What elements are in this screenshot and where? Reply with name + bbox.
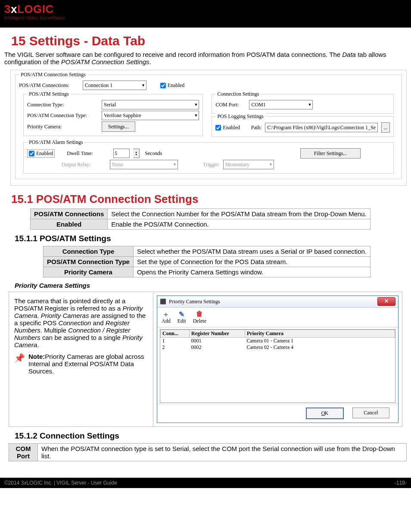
priority-camera-settings-button[interactable]: Settings... bbox=[102, 121, 135, 132]
page-footer: ©2014 3xLOGIC Inc. | VIGIL Server - User… bbox=[0, 478, 411, 488]
com-port-dropdown[interactable]: COM1▼ bbox=[249, 100, 313, 109]
chevron-down-icon: ▼ bbox=[141, 83, 145, 87]
groupbox-posatm-conn: POS/ATM Connection Settings bbox=[19, 72, 87, 78]
pos-conn-type-dropdown[interactable]: Verifone Sapphire▼ bbox=[102, 111, 199, 120]
edit-icon: ✎ bbox=[179, 310, 184, 318]
filter-settings-button[interactable]: Filter Settings... bbox=[300, 148, 361, 159]
seconds-label: Seconds bbox=[145, 150, 162, 157]
trigger-dropdown: Momentary▼ bbox=[223, 160, 274, 169]
heading-15-1-2: 15.1.2 Connection Settings bbox=[15, 431, 407, 441]
pos-conn-type-label: POS/ATM Connection Type: bbox=[27, 112, 98, 119]
edit-button[interactable]: ✎Edit bbox=[177, 310, 186, 324]
window-icon: ⬛ bbox=[160, 299, 166, 305]
trash-icon: 🗑 bbox=[196, 310, 203, 318]
pin-icon: 📌 bbox=[14, 353, 25, 375]
priority-camera-label: Priority Camera: bbox=[27, 124, 98, 130]
table-conn-settings: POS/ATM ConnectionsSelect the Connection… bbox=[30, 208, 371, 230]
chevron-down-icon: ▼ bbox=[194, 113, 198, 118]
conn-type-dropdown[interactable]: Serial▼ bbox=[102, 100, 199, 109]
groupbox-posatm-settings: POS/ATM Settings bbox=[27, 91, 70, 97]
com-port-label: COM Port: bbox=[215, 102, 246, 108]
table-posatm-settings: Connection TypeSelect whether the POS/AT… bbox=[43, 246, 371, 277]
chevron-down-icon: ▼ bbox=[308, 103, 311, 107]
log-path-field[interactable]: C:\Program Files (x86)\Vigil\Logs\Connec… bbox=[265, 123, 378, 132]
table-row[interactable]: 10001Camera 01 - Camera 1 bbox=[161, 338, 395, 345]
logging-enabled-checkbox[interactable]: Enabled bbox=[215, 124, 240, 131]
table-cell: Set the type of Connection for the POS D… bbox=[133, 257, 370, 267]
chevron-down-icon: ▼ bbox=[194, 103, 198, 107]
connections-label: POS/ATM Connections: bbox=[19, 82, 79, 89]
dwell-spinner[interactable]: 5 bbox=[113, 149, 130, 158]
table-cell: Enable the POS/ATM Connection. bbox=[108, 219, 370, 230]
table-header: COM Port bbox=[9, 444, 38, 461]
priority-camera-dialog: ⬛Priority Camera Settings ✕ ＋Add ✎Edit 🗑… bbox=[157, 296, 399, 423]
heading-15-1-1: 15.1.1 POS/ATM Settings bbox=[15, 234, 407, 243]
table-conn-settings-2: COM PortWhen the POS/ATM connection type… bbox=[9, 443, 407, 461]
table-header: POS/ATM Connection Type bbox=[44, 257, 134, 267]
footer-right: -119- bbox=[395, 480, 407, 486]
ok-button[interactable]: OK bbox=[306, 408, 344, 419]
add-button[interactable]: ＋Add bbox=[162, 310, 171, 324]
groupbox-logging: POS Logging Settings bbox=[215, 113, 265, 120]
delete-button[interactable]: 🗑Delete bbox=[193, 310, 206, 324]
table-header: Enabled bbox=[31, 219, 108, 230]
conn-type-label: Connection Type: bbox=[27, 102, 98, 108]
table-header: POS/ATM Connections bbox=[31, 209, 108, 219]
connections-dropdown[interactable]: Connection 1▼ bbox=[83, 81, 146, 90]
close-button[interactable]: ✕ bbox=[377, 297, 395, 306]
trigger-label: Trigger: bbox=[203, 162, 220, 168]
spinner-controls[interactable]: ▲▼ bbox=[133, 149, 140, 158]
table-header: Priority Camera bbox=[44, 267, 134, 277]
page-header: 3xLOGIC Intelligent Video Surveillance bbox=[0, 0, 411, 28]
intro-paragraph: The VIGIL Server software can be configu… bbox=[4, 51, 407, 65]
browse-button[interactable]: ... bbox=[381, 122, 390, 133]
plus-icon: ＋ bbox=[162, 310, 169, 318]
output-relay-label: Output Relay: bbox=[62, 162, 106, 168]
heading-15-1: 15.1 POS/ATM Connection Settings bbox=[11, 193, 407, 206]
chevron-down-icon: ▼ bbox=[173, 162, 177, 167]
brand-logo: 3xLOGIC bbox=[4, 3, 407, 16]
table-row[interactable]: 20002Camera 02 - Camera 4 bbox=[161, 344, 395, 351]
page-title: 15 Settings - Data Tab bbox=[11, 34, 407, 48]
table-header: Connection Type bbox=[44, 246, 134, 257]
chevron-down-icon: ▼ bbox=[269, 162, 273, 167]
priority-camera-grid[interactable]: Conn...Register NumberPriority Camera 10… bbox=[160, 329, 395, 403]
priority-camera-text: The camera that is pointed directly at a… bbox=[9, 292, 153, 426]
table-cell: When the POS/ATM connection type is set … bbox=[38, 444, 407, 461]
table-cell: Select whether the POS/ATM Data stream u… bbox=[133, 246, 370, 257]
log-path-label: Path: bbox=[251, 124, 262, 131]
col-register[interactable]: Register Number bbox=[190, 330, 245, 338]
enabled-checkbox[interactable]: Enabled bbox=[160, 82, 184, 89]
heading-priority-camera: Priority Camera Settings bbox=[15, 282, 407, 289]
cancel-button[interactable]: Cancel bbox=[352, 408, 389, 418]
table-cell: Select the Connection Number for the POS… bbox=[108, 209, 370, 219]
settings-screenshot: POS/ATM Connection Settings POS/ATM Conn… bbox=[10, 70, 407, 186]
brand-tagline: Intelligent Video Surveillance bbox=[4, 15, 407, 20]
col-conn[interactable]: Conn... bbox=[161, 330, 190, 338]
groupbox-alarm: POS/ATM Alarm Settings bbox=[27, 139, 84, 146]
output-relay-dropdown: None▼ bbox=[110, 160, 178, 169]
groupbox-conn-settings: Connection Settings bbox=[215, 91, 261, 97]
footer-left: ©2014 3xLOGIC Inc. | VIGIL Server - User… bbox=[4, 480, 117, 486]
dwell-label: Dwell Time: bbox=[67, 150, 110, 157]
col-priority[interactable]: Priority Camera bbox=[245, 330, 395, 338]
table-cell: Opens the Priority Camera Settings windo… bbox=[133, 267, 370, 277]
alarm-enabled-checkbox[interactable]: Enabled bbox=[27, 149, 55, 158]
dialog-title: Priority Camera Settings bbox=[169, 299, 220, 305]
